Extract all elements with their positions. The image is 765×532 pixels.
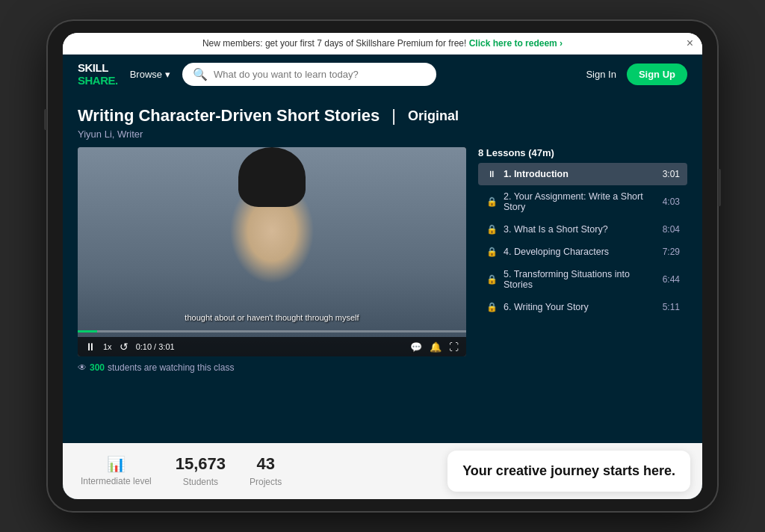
play-pause-button[interactable]: ⏸	[85, 341, 96, 353]
students-label: Students	[183, 477, 218, 487]
chevron-down-icon: ▾	[165, 69, 170, 80]
close-icon[interactable]: ×	[687, 37, 693, 50]
lesson-item[interactable]: 🔒4. Developing Characters7:29	[478, 241, 687, 263]
bottom-bar: 📊 Intermediate level 15,673 Students 43 …	[63, 443, 702, 499]
bar-chart-icon: 📊	[107, 455, 126, 473]
tablet-screen: New members: get your first 7 days of Sk…	[63, 33, 702, 499]
lesson-item[interactable]: 🔒3. What Is a Short Story?8:04	[478, 218, 687, 241]
promo-banner: New members: get your first 7 days of Sk…	[63, 33, 702, 55]
stat-projects: 43 Projects	[250, 454, 282, 487]
course-area: Writing Character-Driven Short Stories |…	[63, 94, 702, 443]
skillshare-logo: SKILL SHare.	[78, 62, 118, 87]
lesson-item[interactable]: 🔒2. Your Assignment: Write a Short Story…	[478, 185, 687, 218]
tablet-home-button	[718, 169, 721, 206]
tablet-side-button	[44, 109, 47, 130]
level-label: Intermediate level	[81, 476, 152, 486]
lesson-item[interactable]: ⏸1. Introduction3:01	[478, 163, 687, 185]
fullscreen-icon[interactable]: ⛶	[449, 341, 459, 353]
captions-icon[interactable]: 💬	[410, 341, 422, 353]
stats-area: 📊 Intermediate level 15,673 Students 43 …	[63, 443, 447, 499]
lesson-item[interactable]: 🔒5. Transforming Situations into Stories…	[478, 263, 687, 296]
lesson-title: 6. Writing Your Story	[504, 302, 657, 312]
search-icon: 🔍	[193, 67, 208, 81]
course-author: Yiyun Li, Writer	[78, 129, 687, 140]
video-thumbnail: thought about or haven't thought through…	[78, 147, 466, 356]
main-content: Writing Character-Driven Short Stories |…	[63, 94, 702, 499]
subtitle-text: thought about or haven't thought through…	[78, 312, 466, 324]
search-bar[interactable]: 🔍	[182, 63, 436, 86]
video-player[interactable]: thought about or haven't thought through…	[78, 147, 466, 356]
lesson-duration: 3:01	[663, 169, 680, 179]
banner-link[interactable]: Click here to redeem ›	[469, 38, 563, 49]
course-header: Writing Character-Driven Short Stories |…	[63, 94, 702, 147]
lesson-title: 3. What Is a Short Story?	[504, 224, 657, 235]
rewind-button[interactable]: ↺	[120, 341, 128, 353]
banner-text: New members: get your first 7 days of Sk…	[202, 38, 466, 49]
browse-button[interactable]: Browse ▾	[130, 69, 170, 80]
lesson-duration: 5:11	[663, 302, 680, 312]
course-title: Writing Character-Driven Short Stories |…	[78, 106, 687, 126]
projects-label: Projects	[250, 477, 282, 487]
sign-up-button[interactable]: Sign Up	[627, 64, 687, 85]
lesson-item[interactable]: 🔒6. Writing Your Story5:11	[478, 296, 687, 318]
lesson-title: 1. Introduction	[504, 169, 657, 179]
lock-icon: 🔒	[486, 247, 498, 257]
watching-count: 300	[90, 362, 105, 373]
search-input[interactable]	[214, 69, 426, 80]
lock-icon: 🔒	[486, 302, 498, 312]
lock-icon: 🔒	[486, 274, 498, 285]
projects-count: 43	[256, 454, 274, 474]
lessons-sidebar: 8 Lessons (47m) ⏸1. Introduction3:01🔒2. …	[478, 147, 687, 436]
pause-icon: ⏸	[486, 169, 498, 179]
lessons-list: ⏸1. Introduction3:01🔒2. Your Assignment:…	[478, 163, 687, 318]
playback-speed[interactable]: 1x	[103, 342, 112, 351]
progress-fill	[78, 330, 97, 332]
lesson-title: 5. Transforming Situations into Stories	[504, 269, 657, 290]
lesson-duration: 8:04	[663, 224, 680, 235]
original-badge: Original	[408, 108, 459, 124]
sign-in-button[interactable]: Sign In	[586, 69, 616, 80]
lesson-title: 4. Developing Characters	[504, 247, 657, 257]
lesson-duration: 6:44	[663, 274, 680, 285]
students-watching: 👁 300 students are watching this class	[78, 362, 466, 373]
person-silhouette	[238, 147, 306, 207]
tablet-frame: New members: get your first 7 days of Sk…	[46, 19, 719, 513]
site-header: SKILL SHare. Browse ▾ 🔍 Sign In Sign Up	[63, 55, 702, 94]
lesson-title: 2. Your Assignment: Write a Short Story	[504, 191, 657, 212]
lock-icon: 🔒	[486, 224, 498, 235]
video-container: thought about or haven't thought through…	[78, 147, 466, 436]
video-controls: ⏸ 1x ↺ 0:10 / 3:01 💬 🔔 ⛶	[78, 337, 466, 356]
students-count: 15,673	[176, 454, 226, 474]
lessons-header: 8 Lessons (47m)	[478, 147, 687, 158]
stat-level: 📊 Intermediate level	[81, 455, 152, 486]
lock-icon: 🔒	[486, 197, 498, 207]
time-display: 0:10 / 3:01	[136, 342, 175, 351]
volume-icon[interactable]: 🔔	[430, 341, 442, 353]
lesson-duration: 7:29	[663, 247, 680, 257]
header-actions: Sign In Sign Up	[586, 64, 687, 85]
lesson-duration: 4:03	[663, 197, 680, 207]
progress-bar[interactable]	[78, 330, 466, 332]
cta-text: Your creative journey starts here.	[462, 463, 675, 480]
cta-card: Your creative journey starts here.	[447, 451, 690, 492]
stat-students: 15,673 Students	[176, 454, 226, 487]
content-row: thought about or haven't thought through…	[63, 147, 702, 443]
